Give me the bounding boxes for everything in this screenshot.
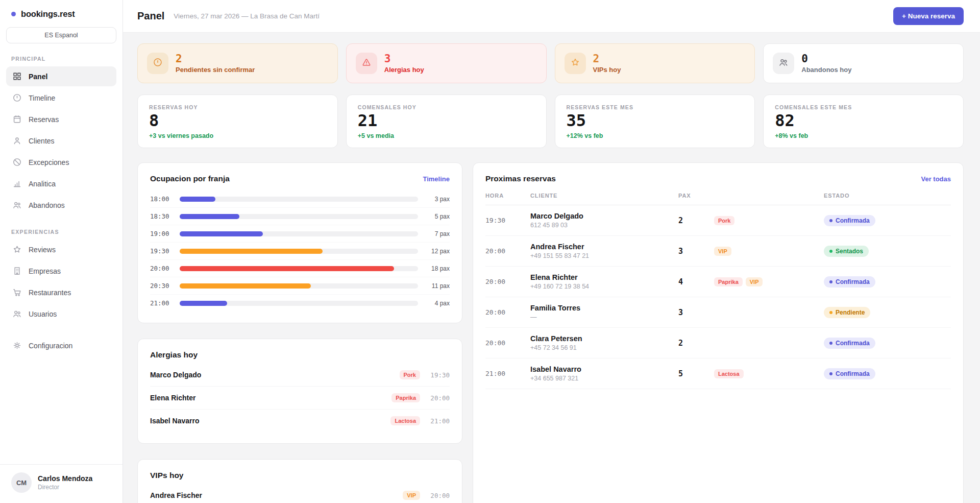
- stat-value: 21: [358, 112, 535, 130]
- stat-value: 82: [775, 112, 952, 130]
- alert-label: Pendientes sin confirmar: [176, 66, 255, 74]
- client-name: Familia Torres: [530, 304, 678, 312]
- occupancy-pax-label: 3 pax: [425, 196, 450, 203]
- reservation-row[interactable]: 20:00Familia Torres—3Pendiente: [485, 297, 951, 328]
- reservation-time: 20:00: [485, 339, 530, 347]
- reservation-row[interactable]: 20:00Clara Petersen+45 72 34 56 912Confi…: [485, 328, 951, 358]
- stat-delta: +12% vs feb: [567, 132, 744, 139]
- reservation-row[interactable]: 21:00Isabel Navarro+34 655 987 3215Lacto…: [485, 358, 951, 389]
- sidebar-item-label: Panel: [29, 73, 47, 81]
- status-dot-icon: [829, 250, 832, 253]
- reservation-pax: 5: [678, 369, 714, 378]
- alert-icon-tile: [565, 53, 586, 74]
- occupancy-bar-track: [180, 197, 418, 202]
- stat-cards-row: RESERVAS HOY8+3 vs viernes pasadoCOMENSA…: [137, 94, 964, 148]
- alert-icon-tile: [773, 53, 794, 74]
- list-item: Elena RichterPaprika20:00: [150, 386, 450, 409]
- guest-name: Andrea Fischer: [150, 491, 397, 499]
- sidebar-item-empresas[interactable]: Empresas: [6, 261, 116, 281]
- brand-name: bookings.rest: [21, 9, 75, 19]
- client-phone: +34 655 987 321: [530, 375, 678, 382]
- occupancy-bar: [180, 249, 323, 254]
- alert-card-orange[interactable]: 2Pendientes sin confirmar: [137, 43, 338, 83]
- reservation-row[interactable]: 20:00Elena Richter+49 160 72 19 38 544Pa…: [485, 267, 951, 297]
- reservation-status-cell: Confirmada: [824, 368, 951, 379]
- stat-label: RESERVAS ESTE MES: [567, 104, 744, 110]
- reservation-status-cell: Confirmada: [824, 338, 951, 349]
- sidebar-item-restaurantes[interactable]: Restaurantes: [6, 282, 116, 302]
- reservation-client: Andrea Fischer+49 151 55 83 47 21: [530, 243, 678, 259]
- view-all-link[interactable]: Ver todas: [921, 175, 951, 183]
- reservations-header: HORA CLIENTE PAX ESTADO: [485, 193, 951, 205]
- reservation-pax: 3: [678, 247, 714, 256]
- allergies-list: Marco DelgadoPork19:30Elena RichterPapri…: [150, 364, 450, 432]
- client-name: Elena Richter: [530, 273, 678, 281]
- status-label: Confirmada: [836, 340, 870, 347]
- sidebar-item-panel[interactable]: Panel: [6, 66, 116, 86]
- guest-time: 20:00: [426, 492, 450, 499]
- stat-label: RESERVAS HOY: [149, 104, 326, 110]
- occupancy-row: 21:004 pax: [150, 295, 450, 312]
- page-subtitle: Viernes, 27 mar 2026 — La Brasa de Can M…: [174, 12, 320, 20]
- vips-title: VIPs hoy: [150, 471, 183, 480]
- guest-name: Isabel Navarro: [150, 417, 384, 425]
- timeline-link[interactable]: Timeline: [423, 175, 450, 183]
- reservation-client: Clara Petersen+45 72 34 56 91: [530, 334, 678, 351]
- list-item: Andrea FischerVIP20:00: [150, 484, 450, 503]
- alert-value: 2: [593, 53, 621, 65]
- sidebar-item-label: Analitica: [29, 180, 56, 188]
- occupancy-pax-label: 12 pax: [425, 248, 450, 255]
- chart-icon: [12, 179, 22, 188]
- sidebar-item-reservas[interactable]: Reservas: [6, 109, 116, 129]
- reservation-time: 19:30: [485, 217, 530, 224]
- stat-label: COMENSALES ESTE MES: [775, 104, 952, 110]
- reservation-pax: 4: [678, 277, 714, 286]
- sidebar-item-analitica[interactable]: Analitica: [6, 174, 116, 194]
- reservation-status-cell: Confirmada: [824, 276, 951, 288]
- alert-card-amber[interactable]: 2VIPs hoy: [555, 43, 755, 83]
- reservation-time: 20:00: [485, 247, 530, 255]
- guest-name: Elena Richter: [150, 394, 385, 402]
- language-selector[interactable]: ES Espanol: [6, 27, 116, 43]
- stat-label: COMENSALES HOY: [358, 104, 535, 110]
- client-phone: +49 151 55 83 47 21: [530, 252, 678, 259]
- sidebar-item-timeline[interactable]: Timeline: [6, 88, 116, 108]
- occupancy-bar-track: [180, 214, 418, 219]
- brand-dot-icon: [11, 12, 16, 16]
- client-name: Andrea Fischer: [530, 243, 678, 251]
- sidebar-item-label: Excepciones: [29, 158, 69, 166]
- sidebar-item-configuracion[interactable]: Configuracion: [6, 336, 116, 355]
- client-name: Clara Petersen: [530, 334, 678, 343]
- reservation-row[interactable]: 19:30Marco Delgado612 45 89 032PorkConfi…: [485, 205, 951, 236]
- sidebar-item-excepciones[interactable]: Excepciones: [6, 152, 116, 172]
- occupancy-bar: [180, 301, 227, 306]
- avatar: CM: [11, 472, 32, 493]
- reservation-tags: PaprikaVIP: [714, 277, 824, 286]
- occupancy-time-label: 21:00: [150, 299, 173, 307]
- calendar-icon: [12, 114, 22, 124]
- occupancy-time-label: 20:30: [150, 282, 173, 290]
- reservation-status-cell: Pendiente: [824, 307, 951, 318]
- guest-time: 21:00: [426, 417, 450, 425]
- occupancy-row: 20:3011 pax: [150, 277, 450, 295]
- sidebar-item-clientes[interactable]: Clientes: [6, 131, 116, 151]
- reservations-title: Proximas reservas: [485, 174, 556, 183]
- reservation-tags: VIP: [714, 247, 824, 256]
- client-phone: +45 72 34 56 91: [530, 344, 678, 351]
- status-badge-confirmada: Confirmada: [824, 276, 875, 288]
- user-profile[interactable]: CM Carlos Mendoza Director: [0, 464, 122, 503]
- clock-icon: [12, 93, 22, 103]
- alert-card-neutral[interactable]: 0Abandonos hoy: [763, 43, 964, 83]
- sidebar-item-abandonos[interactable]: Abandonos: [6, 195, 116, 215]
- reservation-tags: Lactosa: [714, 369, 824, 378]
- client-phone: —: [530, 314, 678, 321]
- reservation-row[interactable]: 20:00Andrea Fischer+49 151 55 83 47 213V…: [485, 236, 951, 267]
- stat-value: 8: [149, 112, 326, 130]
- alert-card-red[interactable]: 3Alergias hoy: [346, 43, 547, 83]
- new-reservation-button[interactable]: + Nueva reserva: [893, 7, 964, 25]
- users-icon: [12, 200, 22, 210]
- sidebar-item-usuarios[interactable]: Usuarios: [6, 304, 116, 324]
- sidebar-item-reviews[interactable]: Reviews: [6, 239, 116, 259]
- tag-badge: Lactosa: [390, 416, 420, 425]
- occupancy-row: 18:003 pax: [150, 190, 450, 208]
